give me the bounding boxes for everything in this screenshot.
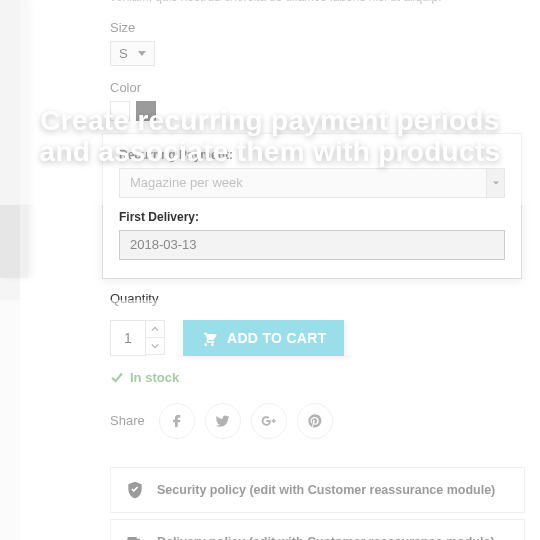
color-swatches — [110, 101, 540, 121]
size-select[interactable]: S — [110, 41, 155, 66]
chevron-up-icon — [151, 325, 159, 333]
stock-status: In stock — [110, 370, 540, 385]
quantity-input[interactable]: 1 — [110, 320, 146, 356]
swatch-black[interactable] — [136, 101, 156, 121]
pinterest-icon — [307, 413, 323, 429]
quantity-stepper: 1 — [110, 320, 165, 356]
policy-security-label: Security policy (edit with Customer reas… — [157, 483, 495, 497]
share-label: Share — [110, 413, 145, 428]
share-pinterest[interactable] — [297, 403, 333, 439]
stock-label: In stock — [130, 370, 179, 385]
description-text: veniam, quis nostrud exercita tio ullamc… — [110, 0, 540, 6]
share-facebook[interactable] — [159, 403, 195, 439]
quantity-up-button[interactable] — [145, 320, 165, 338]
add-to-cart-label: ADD TO CART — [227, 330, 326, 346]
share-twitter[interactable] — [205, 403, 241, 439]
policy-delivery-label: Delivery policy (edit with Customer reas… — [157, 535, 495, 540]
recurring-select[interactable]: Magazine per week — [119, 168, 505, 198]
facebook-icon — [169, 413, 185, 429]
check-icon — [110, 370, 124, 384]
policy-delivery[interactable]: Delivery policy (edit with Customer reas… — [110, 519, 525, 540]
cart-icon — [201, 330, 217, 346]
swatch-white[interactable] — [110, 101, 130, 121]
size-label: Size — [110, 20, 540, 35]
chevron-down-icon — [151, 342, 159, 350]
recurring-payment-box: Recurring Payment: Magazine per week Fir… — [102, 133, 522, 279]
truck-icon — [125, 532, 145, 540]
delivery-value: 2018-03-13 — [130, 237, 197, 252]
size-value: S — [119, 46, 128, 61]
googleplus-icon — [261, 413, 277, 429]
delivery-label: First Delivery: — [119, 210, 505, 224]
quantity-down-button[interactable] — [145, 337, 165, 355]
caret-down-icon — [138, 51, 146, 56]
policy-list: Security policy (edit with Customer reas… — [110, 467, 525, 540]
share-googleplus[interactable] — [251, 403, 287, 439]
color-label: Color — [110, 80, 540, 95]
share-row: Share — [110, 403, 540, 439]
quantity-label: Quantity — [110, 291, 540, 306]
twitter-icon — [215, 413, 231, 429]
left-shadow — [0, 0, 28, 278]
policy-security[interactable]: Security policy (edit with Customer reas… — [110, 467, 525, 513]
delivery-input[interactable]: 2018-03-13 — [119, 230, 505, 260]
quantity-row: 1 ADD TO CART — [110, 320, 540, 356]
shield-icon — [125, 480, 145, 500]
chevron-down-icon — [486, 169, 504, 197]
recurring-label: Recurring Payment: — [119, 148, 505, 162]
recurring-value: Magazine per week — [130, 175, 243, 190]
product-page: veniam, quis nostrud exercita tio ullamc… — [20, 0, 540, 540]
add-to-cart-button[interactable]: ADD TO CART — [183, 320, 344, 356]
